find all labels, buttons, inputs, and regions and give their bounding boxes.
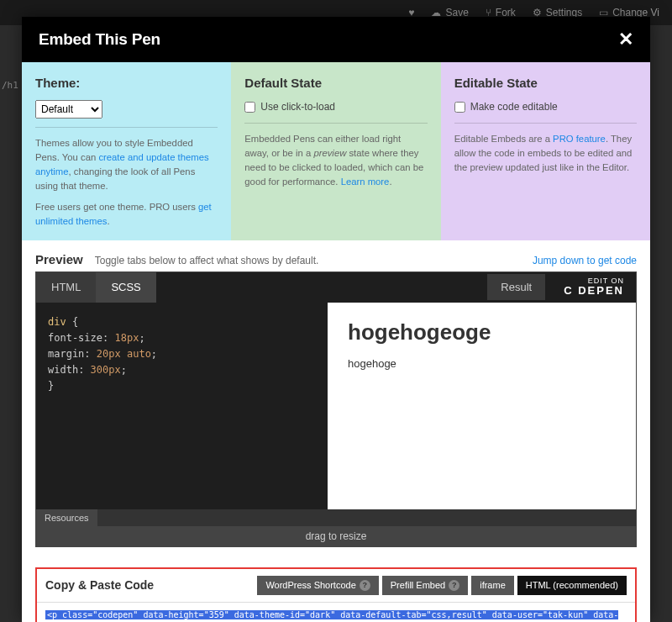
result-pane: hogehogeoge hogehoge <box>328 303 636 509</box>
resources-button[interactable]: Resources <box>36 509 97 526</box>
default-state-panel: Default State Use click-to-load Embedded… <box>231 62 440 240</box>
help-icon[interactable]: ? <box>360 580 370 591</box>
close-icon[interactable]: ✕ <box>618 29 633 50</box>
theme-panel: Theme: Default Themes allow you to style… <box>22 62 231 240</box>
editable-state-desc: Editable Embeds are a PRO feature. They … <box>454 132 637 175</box>
default-state-heading: Default State <box>244 74 427 92</box>
default-state-desc: Embedded Pens can either load right away… <box>244 132 427 189</box>
result-heading: hogehogeoge <box>348 319 616 345</box>
tab-iframe[interactable]: iframe <box>471 576 514 595</box>
pro-feature-link[interactable]: PRO feature <box>553 134 606 144</box>
editable-state-panel: Editable State Make code editable Editab… <box>441 62 650 240</box>
click-to-load-checkbox[interactable] <box>244 102 255 113</box>
edit-on-codepen-link[interactable]: EDIT ON C DEPEN <box>552 274 636 301</box>
copy-paste-section: Copy & Paste Code WordPress Shortcode? P… <box>35 567 637 622</box>
theme-desc2: Free users get one theme. PRO users get … <box>35 200 218 229</box>
code-pane: div { font-size: 18px; margin: 20px auto… <box>36 303 328 509</box>
tab-html[interactable]: HTML <box>36 272 96 303</box>
tab-scss[interactable]: SCSS <box>96 272 155 303</box>
preview-section: Preview Toggle tabs below to affect what… <box>22 240 650 556</box>
editable-state-heading: Editable State <box>454 74 637 92</box>
make-editable-checkbox[interactable] <box>454 102 465 113</box>
side-text: /h1 <box>2 80 18 91</box>
tab-wordpress[interactable]: WordPress Shortcode? <box>257 576 378 595</box>
tab-result[interactable]: Result <box>487 274 545 300</box>
click-to-load-label: Use click-to-load <box>260 100 335 114</box>
theme-heading: Theme: <box>35 74 218 92</box>
embed-preview-frame: HTML SCSS Result EDIT ON C DEPEN div { f… <box>35 271 637 547</box>
theme-desc1: Themes allow you to style Embedded Pens.… <box>35 136 218 193</box>
result-text: hogehoge <box>348 357 616 370</box>
jump-down-link[interactable]: Jump down to get code <box>533 255 637 266</box>
preview-hint: Toggle tabs below to affect what shows b… <box>95 255 319 266</box>
settings-panels: Theme: Default Themes allow you to style… <box>22 62 650 240</box>
modal-title: Embed This Pen <box>39 30 160 49</box>
tab-prefill[interactable]: Prefill Embed? <box>382 576 468 595</box>
embed-code-output[interactable]: <p class="codepen" data-height="359" dat… <box>37 603 635 622</box>
embed-modal: Embed This Pen ✕ Theme: Default Themes a… <box>22 17 650 622</box>
tab-html-recommended[interactable]: HTML (recommended) <box>517 576 627 595</box>
learn-more-link[interactable]: Learn more <box>341 177 390 187</box>
theme-select[interactable]: Default <box>35 100 102 119</box>
make-editable-label: Make code editable <box>470 100 558 114</box>
copy-title: Copy & Paste Code <box>45 578 154 592</box>
drag-resize-handle[interactable]: drag to resize <box>36 526 636 546</box>
modal-header: Embed This Pen ✕ <box>22 17 650 62</box>
preview-title: Preview <box>35 252 83 266</box>
help-icon[interactable]: ? <box>449 580 459 591</box>
